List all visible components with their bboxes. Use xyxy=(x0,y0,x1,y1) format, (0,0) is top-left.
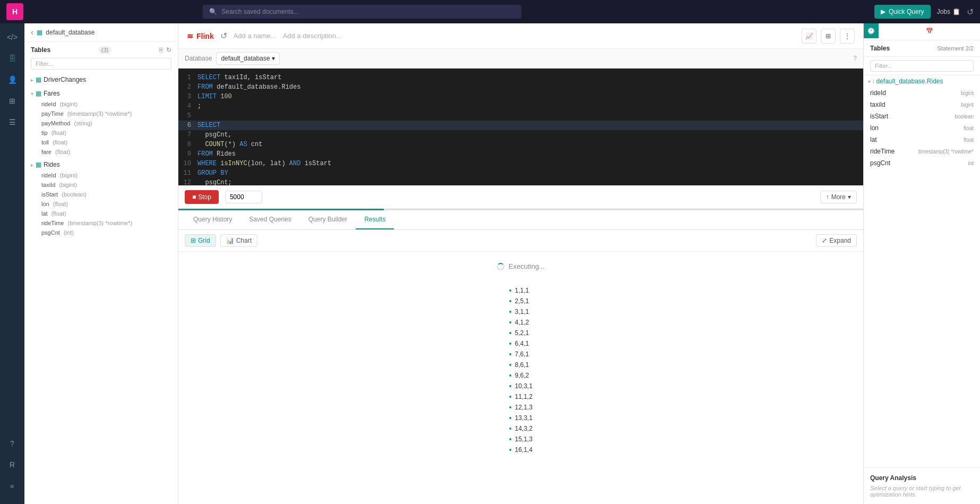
chart-button[interactable]: 📊 Chart xyxy=(220,234,257,247)
code-line-8: 8 COUNT(*) AS cnt xyxy=(178,140,863,149)
tab-query-history[interactable]: Query History xyxy=(185,210,240,229)
right-tree-parent[interactable]: ▾ i default_database.Rides xyxy=(864,75,980,87)
tree-item-taxiid[interactable]: taxiId (bigint) xyxy=(24,180,178,190)
left-panel-header: ‹ ▦ default_database xyxy=(24,23,178,42)
tree-item-rideid[interactable]: rideId (bigint) xyxy=(24,170,178,180)
table-fares-icon: ▦ xyxy=(36,90,41,97)
chart-results-icon: 📊 xyxy=(226,237,234,244)
right-panel-clock-icon[interactable]: 🕐 xyxy=(864,23,879,38)
sidebar-item-database[interactable]: 🗄 xyxy=(3,49,22,68)
right-filter-input[interactable] xyxy=(870,60,974,72)
right-tab-calendar[interactable]: 📅 xyxy=(879,23,980,40)
quick-query-button[interactable]: ▶ Quick Query xyxy=(874,5,931,19)
right-panel: 🕐 📅 Tables Statement 2/2 ▾ i default_dat… xyxy=(863,23,980,504)
query-analysis-hint: Select a query or start typing to get op… xyxy=(870,485,974,498)
more-button[interactable]: ↑ More ▾ xyxy=(820,191,857,203)
grid-results-icon: ⊞ xyxy=(191,237,196,244)
right-tree-field-item[interactable]: rideTimetimestamp(3) *rowtime* xyxy=(864,146,980,157)
tree-container: ▸ ▦ DriverChanges ▾ ▦ Fares rideId (bigi… xyxy=(24,74,178,504)
tables-actions: ⎘ ↻ xyxy=(159,46,171,54)
topbar-right: ▶ Quick Query Jobs 📋 ↺ xyxy=(874,5,974,19)
tree-item-lon[interactable]: lon (float) xyxy=(24,199,178,209)
list-item: 12,1,3 xyxy=(509,402,532,413)
tree-item-fare[interactable]: fare (float) xyxy=(24,147,178,157)
topbar: H 🔍 ▶ Quick Query Jobs 📋 ↺ xyxy=(0,0,980,23)
flink-logo: ≋ Flink xyxy=(187,32,214,40)
help-circle-icon[interactable]: ? xyxy=(853,55,857,62)
tree-item-fareid[interactable]: rideId (bigint) xyxy=(24,99,178,109)
results-area: ⊞ Grid 📊 Chart ⤢ Expand Executing... xyxy=(178,230,863,504)
tree-item-isstart[interactable]: isStart (boolean) xyxy=(24,190,178,199)
tree-item-paymethod[interactable]: payMethod (string) xyxy=(24,118,178,128)
tree-item-ridetime[interactable]: rideTime (timestamp(3) *rowtime*) xyxy=(24,218,178,228)
sidebar-item-code[interactable]: </> xyxy=(3,28,22,47)
code-editor[interactable]: 1 SELECT taxiId, isStart 2 FROM default_… xyxy=(178,69,863,185)
right-field-type: float xyxy=(964,125,974,131)
tree-item-paytime[interactable]: payTime (timestamp(3) *rowtime*) xyxy=(24,109,178,118)
query-analysis: Query Analysis Select a query or start t… xyxy=(864,467,980,504)
tables-label: Tables xyxy=(31,46,50,54)
chevron-down-db-icon: ▾ xyxy=(272,55,275,62)
sidebar-item-layers[interactable]: ⊞ xyxy=(3,91,22,110)
tree-item-lat[interactable]: lat (float) xyxy=(24,209,178,218)
code-line-2: 2 FROM default_database.Rides xyxy=(178,82,863,92)
code-line-6: 6 SELECT xyxy=(178,121,863,130)
limit-input[interactable] xyxy=(225,191,262,203)
list-item: 13,3,1 xyxy=(509,413,532,423)
tree-item-toll[interactable]: toll (float) xyxy=(24,138,178,147)
tab-query-builder[interactable]: Query Builder xyxy=(300,210,356,229)
expand-button[interactable]: ⤢ Expand xyxy=(816,234,857,247)
right-tree-field-item[interactable]: isStartboolean xyxy=(864,110,980,122)
right-tree-field-item[interactable]: psgCntint xyxy=(864,157,980,169)
tree-group-rides-header[interactable]: ▸ ▦ Rides xyxy=(24,159,178,170)
list-item: 16,1,4 xyxy=(509,445,532,455)
right-tree-field-item[interactable]: rideIdbigint xyxy=(864,87,980,99)
right-tree-parent-label: default_database.Rides xyxy=(876,78,943,85)
tables-header: Tables (3) ⎘ ↻ xyxy=(24,42,178,58)
driverchanges-label: DriverChanges xyxy=(44,76,86,83)
database-table-icon: ▦ xyxy=(37,29,42,36)
list-item: 10,3,1 xyxy=(509,381,532,391)
list-item: 1,1,1 xyxy=(509,285,532,296)
more-vert-btn[interactable]: ⋮ xyxy=(840,29,855,44)
desc-input[interactable]: Add a description... xyxy=(283,32,342,40)
list-item: 9,6,2 xyxy=(509,370,532,381)
database-label: default_database xyxy=(46,29,94,36)
tab-saved-queries[interactable]: Saved Queries xyxy=(240,210,299,229)
grid-icon-btn[interactable]: ⊞ xyxy=(821,29,836,44)
database-selector[interactable]: default_database ▾ xyxy=(216,52,280,65)
sidebar-item-user[interactable]: R xyxy=(3,455,22,474)
code-line-7: 7 psgCnt, xyxy=(178,130,863,140)
database-toolbar-label: Database xyxy=(185,55,212,62)
right-tree-field-item[interactable]: taxiIdbigint xyxy=(864,99,980,110)
stop-button[interactable]: ■ Stop xyxy=(185,190,219,204)
filter-input[interactable] xyxy=(31,58,171,70)
filter-container xyxy=(31,58,171,70)
table-rides-icon: ▦ xyxy=(36,161,41,168)
right-field-type: int xyxy=(968,160,974,166)
tree-item-psgcnt[interactable]: psgCnt (int) xyxy=(24,228,178,237)
tree-group-fares-header[interactable]: ▾ ▦ Fares xyxy=(24,88,178,99)
jobs-link[interactable]: Jobs 📋 xyxy=(937,8,960,15)
sidebar-item-help[interactable]: ? xyxy=(3,434,22,453)
tab-results[interactable]: Results xyxy=(356,210,394,229)
search-input[interactable] xyxy=(221,8,515,15)
copy-icon[interactable]: ⎘ xyxy=(159,46,163,54)
tree-item-tip[interactable]: tip (float) xyxy=(24,128,178,138)
back-arrow-icon[interactable]: ‹ xyxy=(31,28,33,37)
right-tree-field-item[interactable]: latfloat xyxy=(864,134,980,146)
grid-button[interactable]: ⊞ Grid xyxy=(185,234,216,247)
sidebar-item-profile[interactable]: 👤 xyxy=(3,70,22,89)
chart-icon-btn[interactable]: 📈 xyxy=(802,29,816,44)
sidebar-item-list[interactable]: ☰ xyxy=(3,113,22,132)
tree-group-driverchanges-header[interactable]: ▸ ▦ DriverChanges xyxy=(24,74,178,86)
chevron-down-right-icon: ▾ xyxy=(868,79,871,84)
more-vert-icon: ⋮ xyxy=(844,32,850,40)
name-input[interactable]: Add a name... xyxy=(234,32,277,40)
sidebar-item-collapse[interactable]: « xyxy=(3,476,22,496)
history-icon[interactable]: ↺ xyxy=(967,7,974,17)
undo-button[interactable]: ↺ xyxy=(220,31,227,41)
right-tree-field-item[interactable]: lonfloat xyxy=(864,122,980,134)
refresh-icon[interactable]: ↻ xyxy=(166,46,171,54)
search-icon: 🔍 xyxy=(209,8,217,15)
